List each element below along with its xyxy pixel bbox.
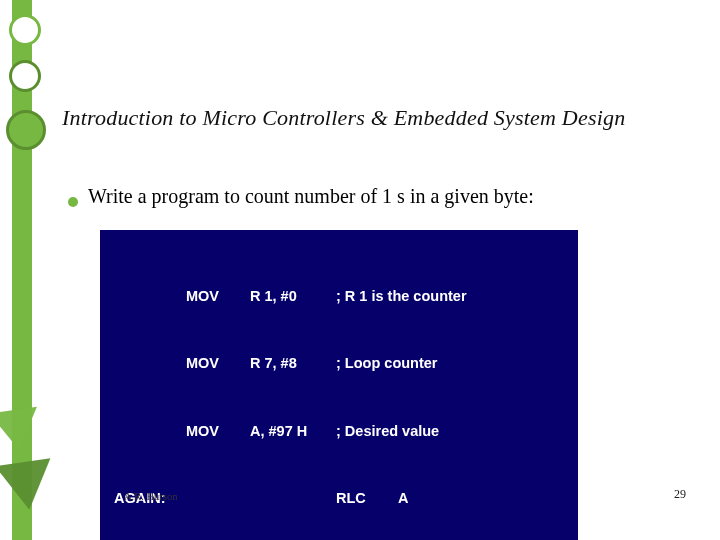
code-label	[114, 420, 186, 442]
code-op: RLC	[336, 487, 398, 509]
footer-author: A.R. Hurson	[124, 491, 177, 502]
bullet-item: Write a program to count number of 1 s i…	[68, 185, 680, 208]
code-comment: ; Desired value	[336, 420, 564, 442]
code-op: MOV	[186, 352, 250, 374]
code-right: RLCA	[336, 487, 564, 509]
decor-circle-icon	[9, 60, 41, 92]
code-arg: A	[398, 487, 408, 509]
code-arg: R 7, #8	[250, 352, 336, 374]
code-row: AGAIN: RLCA	[114, 487, 564, 509]
code-label	[114, 285, 186, 307]
code-arg: A, #97 H	[250, 420, 336, 442]
bullet-text: Write a program to count number of 1 s i…	[88, 185, 534, 208]
decor-circle-filled-icon	[6, 110, 46, 150]
footer-page-number: 29	[674, 487, 686, 502]
code-op: MOV	[186, 285, 250, 307]
code-op	[186, 487, 250, 509]
decor-circle-icon	[9, 14, 41, 46]
slide-title: Introduction to Micro Controllers & Embe…	[62, 105, 625, 131]
bullet-icon	[68, 197, 78, 207]
code-comment: ; R 1 is the counter	[336, 285, 564, 307]
decor-chevron-icon	[0, 407, 43, 453]
code-row: MOV R 1, #0 ; R 1 is the counter	[114, 285, 564, 307]
code-row: MOV A, #97 H ; Desired value	[114, 420, 564, 442]
decor-stripe	[12, 0, 32, 540]
code-arg: R 1, #0	[250, 285, 336, 307]
code-label	[114, 352, 186, 374]
left-decor	[0, 0, 48, 540]
code-arg	[250, 487, 336, 509]
code-row: MOV R 7, #8 ; Loop counter	[114, 352, 564, 374]
code-comment: ; Loop counter	[336, 352, 564, 374]
code-op: MOV	[186, 420, 250, 442]
slide: Introduction to Micro Controllers & Embe…	[0, 0, 720, 540]
decor-chevron-icon	[0, 458, 57, 513]
